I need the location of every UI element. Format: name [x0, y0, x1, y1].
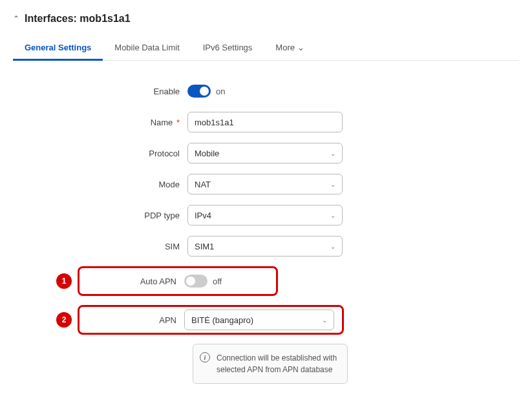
page-header: ⌃ Interfaces: mob1s1a1 [13, 13, 519, 25]
label-name: Name * [78, 118, 187, 127]
enable-state: on [216, 87, 225, 96]
select-value: SIM1 [195, 242, 214, 251]
page-title: Interfaces: mob1s1a1 [25, 13, 131, 25]
select-value: BITĖ (bangapro) [191, 315, 253, 325]
label-protocol: Protocol [78, 149, 187, 158]
label-mode: Mode [78, 180, 187, 189]
tab-general-settings[interactable]: General Settings [13, 36, 103, 60]
row-name: Name * [78, 111, 452, 133]
highlight-auto-apn: 1 Auto APN off [83, 266, 452, 296]
info-icon: i [200, 352, 210, 362]
tab-more[interactable]: More ⌄ [264, 36, 316, 60]
chevron-down-icon: ⌄ [297, 43, 304, 52]
annotation-badge-2: 2 [56, 312, 72, 328]
pdp-type-select[interactable]: IPv4 ⌄ [187, 205, 343, 226]
label-sim: SIM [78, 242, 187, 251]
row-auto-apn: Auto APN off [85, 271, 271, 291]
tab-label: IPv6 Settings [203, 43, 253, 52]
row-pdp-type: PDP type IPv4 ⌄ [78, 204, 452, 226]
highlight-apn: 2 APN BITĖ (bangapro) ⌄ [83, 305, 452, 335]
row-sim: SIM SIM1 ⌄ [78, 235, 452, 257]
tab-label: General Settings [25, 43, 91, 52]
chevron-down-icon: ⌄ [330, 181, 335, 188]
mode-select[interactable]: NAT ⌄ [187, 174, 343, 194]
info-text: Connection will be established with sele… [217, 353, 337, 374]
tab-mobile-data-limit[interactable]: Mobile Data Limit [103, 36, 191, 60]
protocol-select[interactable]: Mobile ⌄ [187, 143, 343, 163]
form: Enable on Name * Protocol Mobile ⌄ Mode … [78, 80, 452, 384]
tab-label: More [275, 43, 295, 52]
tab-bar: General Settings Mobile Data Limit IPv6 … [13, 36, 519, 61]
select-value: IPv4 [195, 211, 211, 220]
auto-apn-state: off [213, 277, 222, 286]
info-box: i Connection will be established with se… [193, 344, 348, 384]
tab-label: Mobile Data Limit [114, 43, 179, 52]
row-enable: Enable on [78, 80, 452, 102]
name-input[interactable] [187, 112, 343, 132]
label-apn: APN [85, 315, 184, 325]
chevron-down-icon: ⌄ [330, 150, 335, 157]
label-pdp-type: PDP type [78, 211, 187, 220]
chevron-down-icon: ⌄ [330, 243, 335, 250]
enable-toggle[interactable] [187, 85, 211, 98]
row-mode: Mode NAT ⌄ [78, 173, 452, 195]
required-icon: * [176, 118, 180, 127]
row-apn: APN BITĖ (bangapro) ⌄ [85, 310, 337, 330]
chevron-down-icon: ⌄ [322, 317, 327, 324]
row-protocol: Protocol Mobile ⌄ [78, 142, 452, 164]
select-value: Mobile [195, 149, 219, 158]
select-value: NAT [195, 180, 211, 189]
tab-ipv6-settings[interactable]: IPv6 Settings [191, 36, 264, 60]
collapse-icon[interactable]: ⌃ [13, 14, 19, 23]
label-auto-apn: Auto APN [85, 277, 184, 286]
annotation-badge-1: 1 [56, 273, 72, 289]
sim-select[interactable]: SIM1 ⌄ [187, 236, 343, 257]
chevron-down-icon: ⌄ [330, 212, 335, 219]
auto-apn-toggle[interactable] [184, 275, 207, 288]
label-enable: Enable [78, 87, 187, 96]
apn-select[interactable]: BITĖ (bangapro) ⌄ [184, 310, 334, 330]
